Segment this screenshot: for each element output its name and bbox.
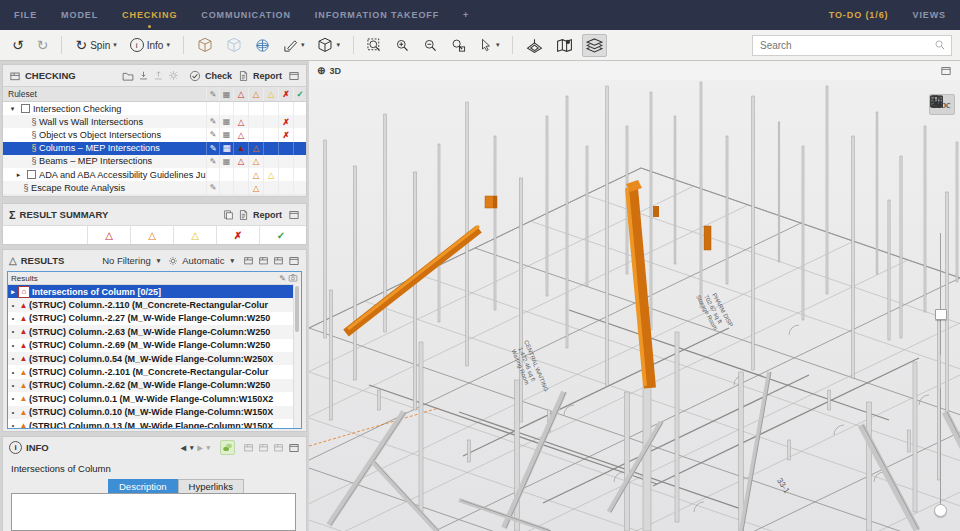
edit-rule-icon[interactable]: ✎: [206, 142, 219, 155]
severity-critical-icon[interactable]: △: [233, 87, 248, 101]
expander-icon[interactable]: ▸: [13, 171, 24, 179]
expander-icon[interactable]: ▾: [7, 105, 18, 113]
prev-caret-icon[interactable]: ▾: [190, 444, 194, 452]
camera-icon[interactable]: [288, 273, 298, 283]
undo-button[interactable]: ↺: [8, 35, 28, 55]
copy-summary-button[interactable]: [223, 209, 234, 221]
severity-critical-icon[interactable]: △: [87, 226, 130, 244]
result-row[interactable]: •▲(STRUC) Column.0.10 (M_W-Wide Flange-C…: [8, 406, 301, 419]
drawing-overlay-button[interactable]: [929, 152, 955, 173]
info-button[interactable]: i Info ▾: [126, 35, 174, 55]
zoom-in-button[interactable]: [391, 35, 414, 56]
3d-viewport[interactable]: PHARM DISP702.67 sq ftStorage Room CENTR…: [309, 80, 960, 531]
rule-parameters-icon[interactable]: ▦: [219, 115, 233, 128]
info-float-button[interactable]: [288, 442, 300, 454]
results-filter-dropdown[interactable]: No Filtering: [102, 255, 151, 266]
tab-hyperlinks[interactable]: Hyperlinks: [178, 479, 244, 494]
linked-elements-button[interactable]: [220, 440, 235, 455]
open-ruleset-button[interactable]: [122, 70, 134, 82]
ruleset-settings-button[interactable]: [168, 70, 179, 81]
edit-rule-icon[interactable]: ✎: [206, 128, 219, 141]
prev-button[interactable]: ◂: [181, 442, 186, 453]
rule-parameters-icon[interactable]: ▦: [219, 128, 233, 141]
result-row[interactable]: •▲(STRUC) Column.-2.27 (M_W-Wide Flange-…: [8, 312, 301, 325]
severity-low-icon[interactable]: △: [263, 87, 278, 101]
result-row[interactable]: •▲(STRUC) Column.-2.69 (M_W-Wide Flange-…: [8, 339, 301, 352]
accepted-icon[interactable]: ✓: [259, 226, 302, 244]
edit-rule-icon[interactable]: ✎: [206, 181, 219, 194]
rule-row[interactable]: § Wall vs Wall Intersections ✎▦△✗: [3, 115, 306, 128]
results-mode-dropdown[interactable]: Automatic: [182, 255, 224, 266]
rejected-icon[interactable]: ✗: [216, 226, 259, 244]
severity-moderate-icon[interactable]: △: [248, 87, 263, 101]
ruleset-checkbox[interactable]: [21, 104, 30, 113]
result-row[interactable]: •▲(STRUC) Column.-2.101 (M_Concrete-Rect…: [8, 365, 301, 378]
hide-model-button[interactable]: [222, 34, 246, 56]
rule-row-selected[interactable]: § Columns – MEP Intersections ✎▦▲△: [3, 142, 306, 155]
rule-parameters-icon[interactable]: ▦: [219, 142, 233, 155]
edit-result-icon[interactable]: ✎: [279, 274, 286, 283]
result-row[interactable]: •▲(STRUC) Column.-2.62 (M_W-Wide Flange-…: [8, 379, 301, 392]
minimap-button[interactable]: [552, 34, 577, 57]
zoom-slider-handle[interactable]: [934, 504, 947, 517]
transparent-model-button[interactable]: [251, 35, 274, 56]
rejected-icon[interactable]: ✗: [278, 87, 293, 101]
scrollbar-thumb[interactable]: [295, 286, 299, 332]
zoom-window-button[interactable]: [447, 35, 470, 56]
import-ruleset-button[interactable]: [138, 70, 149, 81]
section-slider-track[interactable]: [940, 233, 941, 355]
result-row[interactable]: •▲(STRUC) Column.-2.110 (M_Concrete-Rect…: [8, 298, 301, 311]
3d-float-button[interactable]: [940, 65, 952, 77]
result-row[interactable]: •▲(STRUC) Column.-2.63 (M_W-Wide Flange-…: [8, 325, 301, 338]
ruleset-group-row[interactable]: ▸ ADA and ABA Accessibility Guidelines J…: [3, 168, 306, 181]
package-3-button[interactable]: [273, 255, 284, 266]
result-row[interactable]: •▲(STRUC) Column.0.13 (M_W-Wide Flange-C…: [8, 419, 301, 429]
markup-tool-button[interactable]: ▾: [279, 35, 309, 56]
edit-rule-icon[interactable]: ✎: [206, 115, 219, 128]
package-1-button[interactable]: [243, 255, 254, 266]
menu-information-takeoff[interactable]: INFORMATION TAKEOFF: [315, 10, 439, 20]
section-plane-button[interactable]: [522, 34, 547, 57]
spin-button[interactable]: ↻ Spin ▾: [71, 35, 120, 55]
summary-report-button[interactable]: [238, 209, 249, 221]
zoom-out-button[interactable]: [419, 35, 442, 56]
description-textarea[interactable]: [11, 493, 296, 531]
show-model-button[interactable]: [193, 34, 217, 56]
attachment-2-button[interactable]: [258, 442, 269, 453]
zoom-fit-button[interactable]: [363, 35, 386, 56]
results-scrollbar[interactable]: [293, 284, 301, 428]
checking-float-button[interactable]: [288, 70, 300, 82]
menu-todo[interactable]: TO-DO (1/6): [829, 10, 889, 20]
rule-row[interactable]: § Beams – MEP Intersections ✎▦△△: [3, 155, 306, 168]
next-button[interactable]: ▸: [197, 442, 202, 453]
pdf-export-button[interactable]: [929, 181, 955, 202]
accepted-icon[interactable]: ✓: [293, 87, 306, 101]
view-preset-button[interactable]: ▾: [313, 34, 344, 56]
result-category-row[interactable]: ▸ ⌂ Intersections of Column [0/25]: [8, 285, 301, 298]
attachment-3-button[interactable]: [273, 442, 284, 453]
pick-tool-button[interactable]: ▾: [475, 35, 504, 55]
rule-row[interactable]: § Object vs Object Intersections ✎▦△✗: [3, 128, 306, 141]
rule-parameters-icon[interactable]: ▦: [219, 155, 233, 168]
zoom-slider-track[interactable]: [940, 388, 941, 513]
checking-report-label[interactable]: Report: [253, 71, 282, 81]
checking-report-button[interactable]: [238, 70, 249, 82]
result-row[interactable]: •▲(STRUC) Column.0.1 (M_W-Wide Flange-Co…: [8, 392, 301, 405]
edit-rule-icon[interactable]: ✎: [206, 87, 219, 101]
ruleset-checkbox[interactable]: [27, 170, 36, 179]
search-input[interactable]: [758, 39, 930, 52]
expander-icon[interactable]: ▸: [8, 288, 18, 296]
summary-float-button[interactable]: [288, 209, 300, 221]
rule-parameters-icon[interactable]: ▦: [219, 87, 233, 101]
ruleset-group-row[interactable]: ▾ Intersection Checking: [3, 102, 306, 115]
redo-button[interactable]: ↻: [33, 35, 53, 55]
export-ruleset-button[interactable]: [153, 70, 164, 81]
attachment-1-button[interactable]: [243, 442, 254, 453]
results-float-button[interactable]: [288, 255, 300, 267]
package-2-button[interactable]: [258, 255, 269, 266]
menu-model[interactable]: MODEL: [61, 10, 98, 20]
menu-views[interactable]: VIEWS: [912, 10, 946, 20]
summary-report-label[interactable]: Report: [253, 210, 282, 220]
edit-rule-icon[interactable]: ✎: [206, 155, 219, 168]
result-row[interactable]: •▲(STRUC) Column.0.54 (M_W-Wide Flange-C…: [8, 352, 301, 365]
